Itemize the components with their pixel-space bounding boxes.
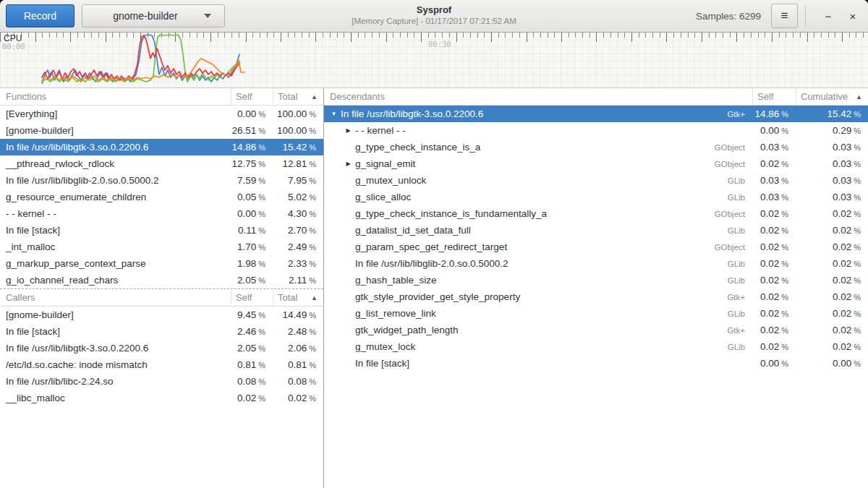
percent-sign: %	[258, 210, 265, 218]
callers-header-row: Callers Self Total ▲	[0, 288, 323, 307]
sort-arrow-icon: ▲	[311, 93, 323, 100]
table-row[interactable]: In file [stack]0.11%2.70%	[0, 222, 323, 239]
library-tag: GObject	[715, 160, 752, 168]
percent-sign: %	[309, 143, 316, 152]
descendants-cumulative-column-header[interactable]: Cumulative ▲	[796, 88, 868, 105]
cumulative-percent: 0.02%	[796, 275, 868, 286]
total-percent: 2.06%	[273, 343, 323, 354]
tree-row[interactable]: ▶- - kernel - -0.00%0.29%	[324, 122, 868, 139]
tree-row[interactable]: g_slice_allocGLib0.03%0.03%	[324, 189, 868, 205]
percent-sign: %	[258, 143, 265, 152]
expander-collapsed-icon[interactable]: ▶	[344, 160, 352, 167]
cumulative-percent: 0.03%	[796, 158, 868, 169]
percent-sign: %	[854, 293, 861, 301]
table-row[interactable]: g_markup_parse_context_parse1.98%2.33%	[0, 255, 323, 272]
tree-row[interactable]: g_type_check_instance_is_fundamentally_a…	[324, 205, 868, 222]
descendant-name: g_datalist_id_set_data_full	[355, 225, 471, 236]
table-row[interactable]: g_io_channel_read_chars2.05%2.11%	[0, 272, 323, 288]
percent-sign: %	[854, 309, 861, 318]
self-percent: 0.00%	[231, 208, 273, 219]
tree-row[interactable]: g_mutex_unlockGLib0.03%0.03%	[324, 172, 868, 189]
tree-row[interactable]: g_type_check_instance_is_aGObject0.03%0.…	[324, 139, 868, 155]
menu-button[interactable]: ≡	[771, 4, 798, 28]
percent-sign: %	[258, 176, 265, 185]
minimize-button[interactable]: −	[819, 5, 838, 27]
library-tag: Gtk+	[727, 293, 752, 301]
descendant-name: g_type_check_instance_is_fundamentally_a	[355, 208, 547, 219]
tree-row[interactable]: gtk_widget_path_lengthGtk+0.02%0.02%	[324, 322, 868, 338]
library-tag: GLib	[728, 193, 752, 202]
library-tag: GLib	[728, 309, 752, 318]
table-row[interactable]: In file [stack]2.46%2.48%	[0, 323, 323, 340]
tree-row[interactable]: g_param_spec_get_redirect_targetGObject0…	[324, 239, 868, 255]
self-percent: 0.02%	[752, 325, 796, 335]
cumulative-percent: 0.03%	[796, 192, 868, 202]
close-button[interactable]: ×	[843, 5, 862, 27]
process-selector-dropdown[interactable]: gnome-builder	[82, 4, 225, 27]
record-button[interactable]: Record	[6, 4, 75, 27]
table-row[interactable]: - - kernel - -0.00%4.30%	[0, 205, 323, 222]
descendant-name-cell: ▶g_signal_emitGObject	[324, 158, 752, 169]
table-row[interactable]: In file /usr/lib/libc-2.24.so0.08%0.08%	[0, 373, 323, 390]
cumulative-percent: 0.00%	[796, 358, 868, 369]
table-row[interactable]: /etc/ld.so.cache: inode mismatch0.81%0.8…	[0, 356, 323, 373]
process-selector-label: gnome-builder	[87, 10, 204, 22]
functions-column-header[interactable]: Functions	[0, 91, 231, 102]
self-percent: 0.00%	[752, 125, 796, 136]
descendants-body: ▼In file /usr/lib/libgtk-3.so.0.2200.6Gt…	[324, 106, 868, 372]
function-name: [gnome-builder]	[0, 125, 231, 136]
descendant-name: g_list_remove_link	[355, 308, 436, 319]
callers-self-column-header[interactable]: Self	[231, 289, 273, 306]
table-row[interactable]: [gnome-builder]9.45%14.49%	[0, 307, 323, 323]
cumulative-percent: 0.03%	[796, 175, 868, 186]
descendants-self-column-header[interactable]: Self	[752, 88, 796, 105]
descendants-column-header[interactable]: Descendants	[324, 91, 752, 102]
table-row[interactable]: [Everything]0.00%100.00%	[0, 106, 323, 122]
table-row[interactable]: __pthread_rwlock_rdlock12.75%12.81%	[0, 155, 323, 172]
sort-arrow-icon: ▲	[856, 93, 868, 100]
self-percent: 0.02%	[752, 275, 796, 286]
tree-row[interactable]: g_datalist_id_set_data_fullGLib0.02%0.02…	[324, 222, 868, 239]
percent-sign: %	[781, 243, 788, 252]
tree-row[interactable]: In file [stack]0.00%0.00%	[324, 355, 868, 372]
percent-sign: %	[781, 176, 788, 185]
table-row[interactable]: [gnome-builder]26.51%100.00%	[0, 122, 323, 139]
tree-row[interactable]: g_hash_table_sizeGLib0.02%0.02%	[324, 272, 868, 288]
table-row[interactable]: In file /usr/lib/libglib-2.0.so.0.5000.2…	[0, 172, 323, 189]
table-row[interactable]: g_resource_enumerate_children0.05%5.02%	[0, 189, 323, 205]
total-percent: 15.42%	[273, 142, 323, 153]
tree-row[interactable]: ▶g_signal_emitGObject0.02%0.03%	[324, 155, 868, 172]
tree-row[interactable]: ▼In file /usr/lib/libgtk-3.so.0.2200.6Gt…	[324, 106, 868, 122]
percent-sign: %	[854, 210, 861, 218]
function-name: In file [stack]	[0, 225, 231, 236]
tree-row[interactable]: g_list_remove_linkGLib0.02%0.02%	[324, 305, 868, 322]
functions-total-column-header[interactable]: Total ▲	[273, 88, 323, 105]
percent-sign: %	[258, 110, 265, 119]
percent-sign: %	[781, 343, 788, 351]
sysprof-window: Record gnome-builder Sysprof [Memory Cap…	[0, 0, 868, 488]
percent-sign: %	[854, 243, 861, 252]
app-title: Sysprof	[352, 4, 516, 16]
callers-column-header[interactable]: Callers	[0, 292, 231, 303]
table-row[interactable]: In file /usr/lib/libgtk-3.so.0.2200.62.0…	[0, 340, 323, 356]
self-percent: 0.00%	[231, 108, 273, 119]
tree-row[interactable]: In file /usr/lib/libglib-2.0.so.0.5000.2…	[324, 255, 868, 272]
expander-collapsed-icon[interactable]: ▶	[344, 127, 352, 134]
library-tag: Gtk+	[727, 326, 752, 335]
table-row[interactable]: In file /usr/lib/libgtk-3.so.0.2200.614.…	[0, 139, 323, 155]
self-percent: 7.59%	[231, 175, 273, 186]
time-tick-start: 00:00	[2, 42, 25, 51]
tree-row[interactable]: gtk_style_provider_get_style_propertyGtk…	[324, 288, 868, 305]
cpu-usage-graph[interactable]: CPU 00:00 00:30	[0, 33, 868, 88]
percent-sign: %	[781, 226, 788, 235]
table-row[interactable]: __libc_malloc0.02%0.02%	[0, 390, 323, 406]
percent-sign: %	[258, 394, 265, 403]
table-row[interactable]: _int_malloc1.70%2.49%	[0, 239, 323, 255]
functions-self-column-header[interactable]: Self	[231, 88, 273, 105]
callers-total-column-header[interactable]: Total ▲	[273, 289, 323, 306]
library-tag: Gtk+	[727, 110, 752, 119]
expander-expanded-icon[interactable]: ▼	[330, 111, 338, 117]
tree-row[interactable]: g_mutex_lockGLib0.02%0.02%	[324, 338, 868, 355]
percent-sign: %	[854, 226, 861, 235]
self-percent: 1.70%	[231, 241, 273, 252]
